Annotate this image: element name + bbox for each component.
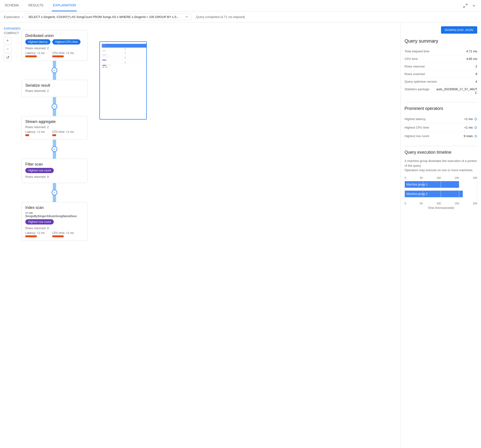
node-rows-filter: Rows returned: 9 xyxy=(25,175,83,179)
stream-cpu-metric: CPU time: <1 ms xyxy=(52,130,74,136)
cpu-bar xyxy=(52,55,64,57)
index-name: on SongsBySingerAlbumSongNameDesc xyxy=(25,211,77,218)
bot-axis-2: 100 xyxy=(436,202,441,205)
expanded-view-button[interactable]: EXPANDED xyxy=(4,26,21,31)
connector-dot-3: ✓ xyxy=(52,146,57,152)
node-rows-distributed-union: Rows returned: 2 xyxy=(25,46,83,50)
operator-val-2: 9 rows ⊙ xyxy=(464,134,477,138)
connector-4: ✓ xyxy=(21,183,88,202)
bot-axis-1: 50 xyxy=(420,202,423,205)
main-layout: EXPANDED COMPACT + − ↺ Distributed union… xyxy=(0,23,481,448)
node-badges-filter: Highest row count xyxy=(25,168,83,173)
mini-node-2: Serialize result Rows returned: 2 xyxy=(102,50,147,52)
summary-val-2: 2 xyxy=(475,65,477,68)
node-title-distributed-union: Distributed union xyxy=(25,34,83,38)
operator-row-1: Highest CPU time <1 ms ⊙ xyxy=(405,123,477,132)
diagram-area: Distributed union Highest latency Highes… xyxy=(0,23,400,245)
zoom-out-button[interactable]: − xyxy=(4,45,11,53)
summary-key-3: Rows scanned xyxy=(405,72,425,76)
minimap: Distributed union Highest latency Highes… xyxy=(99,41,147,120)
summary-val-5: auto_20230608_17_57_46UTC xyxy=(435,87,477,94)
operator-val-1: <1 ms ⊙ xyxy=(464,125,477,130)
summary-row-5: Statistics package auto_20230608_17_57_4… xyxy=(405,85,477,96)
summary-key-0: Total elapsed time xyxy=(405,49,429,53)
node-rows-serialize: Rows returned: 2 xyxy=(25,89,83,93)
query-bar: Explanation › SELECT s.SingerId, COUNT(*… xyxy=(0,11,481,23)
axis-2: 100 xyxy=(436,176,441,179)
right-panel: DOWNLOAD JSON Query summary Total elapse… xyxy=(400,23,481,448)
summary-table: Total elapsed time 4.71 ms CPU time 4.65… xyxy=(405,48,477,96)
chart-top-axis: 0 50 100 150 200 xyxy=(405,176,477,179)
bar-row-0: Machine group 1 xyxy=(405,181,477,188)
latency-metric: Latency: <1 ms xyxy=(25,51,45,57)
operator-link-icon-2[interactable]: ⊙ xyxy=(474,134,477,138)
stream-latency-metric: Latency: <1 ms xyxy=(25,130,45,136)
fullscreen-button[interactable] xyxy=(462,2,469,9)
svg-line-0 xyxy=(466,4,467,5)
operator-link-icon-1[interactable]: ⊙ xyxy=(474,125,477,130)
cpu-metric: CPU time: <1 ms xyxy=(52,51,74,57)
node-title-filter: Filter scan xyxy=(25,162,83,167)
connector-line-4 xyxy=(53,183,56,190)
node-card-filter-scan: Filter scan Highest row count Rows retur… xyxy=(21,159,88,183)
latency-bar xyxy=(25,55,37,57)
operator-value-0: <1 ms xyxy=(464,117,473,121)
query-status: Query completed (4.71 ms elapsed) xyxy=(196,15,245,19)
mini-node-5: Index scan on SongsBySingerAlbumSongName… xyxy=(102,64,147,68)
connector-line-2 xyxy=(53,97,56,104)
chart-bottom-axis: 0 50 100 150 200 xyxy=(405,202,477,205)
summary-val-3: 9 xyxy=(475,72,477,76)
zoom-controls: + − ↺ xyxy=(4,37,11,61)
badge-highest-rows-filter: Highest row count xyxy=(25,168,54,173)
node-index-scan: Index scan on on SongsBySingerAlbumSongN… xyxy=(21,202,88,241)
connector-dot-2: ✓ xyxy=(52,104,57,109)
summary-row-0: Total elapsed time 4.71 ms xyxy=(405,48,477,55)
view-controls: EXPANDED COMPACT xyxy=(4,26,21,35)
summary-val-1: 4.65 ms xyxy=(466,57,477,61)
tab-schema[interactable]: SCHEMA xyxy=(4,0,20,11)
summary-row-4: Query optimizer version 4 xyxy=(405,78,477,85)
query-selector-dropdown[interactable]: SELECT s.SingerId, COUNT(*) AS SongCount… xyxy=(26,13,191,20)
chart-bar-1: Machine group 2 xyxy=(405,191,463,197)
axis-3: 150 xyxy=(455,176,459,179)
breadcrumb-arrow: › xyxy=(22,15,23,19)
prominent-operators-title: Prominent operators xyxy=(405,106,477,111)
node-distributed-union: Distributed union Highest latency Highes… xyxy=(21,30,88,80)
node-title-stream: Stream aggregate xyxy=(25,120,83,124)
node-metrics-stream: Latency: <1 ms CPU time: <1 ms xyxy=(25,130,83,136)
chevron-down-icon[interactable] xyxy=(471,2,477,9)
tab-explanation[interactable]: EXPLANATION xyxy=(52,0,77,11)
stream-latency-bar xyxy=(25,134,29,136)
mini-conn-1 xyxy=(125,48,126,50)
compact-view-button[interactable]: COMPACT xyxy=(4,31,21,35)
operator-key-0: Highest latency xyxy=(405,117,426,121)
mini-conn-4 xyxy=(125,61,126,64)
bar-label-0: Machine group 1 xyxy=(406,183,428,186)
badge-highest-latency: Highest latency xyxy=(25,39,50,45)
svg-line-1 xyxy=(464,6,465,7)
node-serialize-result: Serialize result Rows returned: 2 ✓ xyxy=(21,80,88,116)
mini-node-1: Distributed union Highest latency Highes… xyxy=(102,44,147,48)
breadcrumb-label: Explanation xyxy=(4,15,20,19)
bot-axis-3: 150 xyxy=(455,202,459,205)
connector-line-1 xyxy=(53,61,56,68)
node-badges-distributed-union: Highest latency Highest CPU time xyxy=(25,39,83,45)
index-latency-bar xyxy=(25,235,37,237)
node-metrics-distributed-union: Latency: <1 ms CPU time: <1 ms xyxy=(25,51,83,57)
zoom-reset-button[interactable]: ↺ xyxy=(4,54,11,61)
zoom-in-button[interactable]: + xyxy=(4,37,11,44)
index-latency-label: Latency: <1 ms xyxy=(25,231,45,235)
summary-key-1: CPU time xyxy=(405,57,418,61)
prominent-operators-section: Prominent operators Highest latency <1 m… xyxy=(405,102,477,140)
tab-results[interactable]: RESULTS xyxy=(27,0,45,11)
connector-line-3 xyxy=(53,140,56,146)
download-json-button[interactable]: DOWNLOAD JSON xyxy=(441,26,477,34)
operator-link-icon-0[interactable]: ⊙ xyxy=(474,117,477,121)
summary-key-2: Rows returned xyxy=(405,65,425,68)
bot-axis-4: 200 xyxy=(473,202,477,205)
operator-key-1: Highest CPU time xyxy=(405,126,429,129)
connector-line-1b xyxy=(53,73,56,80)
node-title-index: Index scan xyxy=(25,205,83,210)
operator-row-2: Highest row count 9 rows ⊙ xyxy=(405,132,477,140)
summary-row-1: CPU time 4.65 ms xyxy=(405,55,477,63)
